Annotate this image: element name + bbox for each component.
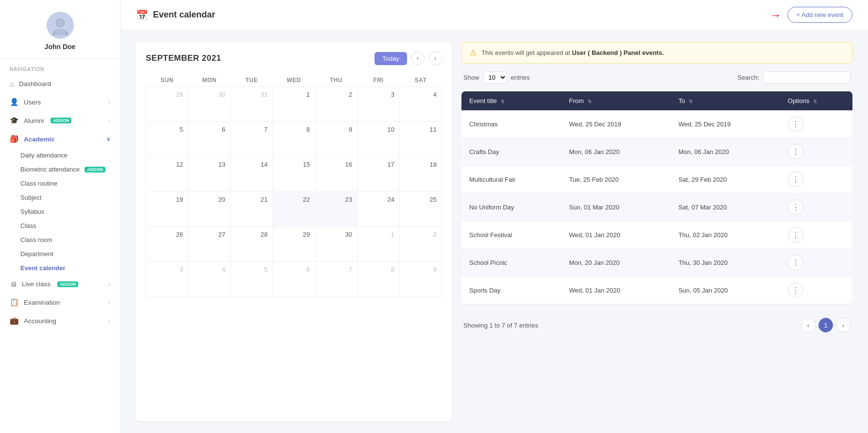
options-button[interactable]: ⋮: [788, 144, 803, 159]
sidebar-sub-label: Class routine: [20, 180, 57, 187]
calendar-day-cell[interactable]: 12: [146, 157, 188, 192]
calendar-day-cell[interactable]: 10: [357, 122, 400, 157]
calendar-day-cell[interactable]: 5: [146, 122, 188, 157]
col-to: To ⇅: [671, 91, 780, 110]
sidebar-sub-class[interactable]: Class: [0, 219, 120, 233]
event-to-cell: Mon, 06 Jan 2020: [671, 138, 780, 166]
calendar-day-cell[interactable]: 30: [188, 87, 231, 122]
prev-month-button[interactable]: ‹: [411, 52, 425, 65]
table-controls: Show 10 25 50 entries Search:: [461, 71, 852, 84]
calendar-day-cell[interactable]: 11: [400, 122, 442, 157]
calendar-day-cell[interactable]: 22: [273, 192, 315, 227]
calendar-day-cell[interactable]: 1: [357, 227, 400, 262]
sidebar-sub-biometric[interactable]: Biometric attendance addon: [0, 162, 120, 176]
next-page-button[interactable]: ›: [836, 318, 851, 332]
calendar-day-cell[interactable]: 14: [231, 157, 273, 192]
sidebar-sub-syllabus[interactable]: Syllabus: [0, 205, 120, 219]
calendar-day-cell[interactable]: 8: [357, 262, 400, 297]
calendar-day-cell[interactable]: 16: [315, 157, 357, 192]
calendar-day-cell[interactable]: 13: [188, 157, 231, 192]
calendar-day-cell[interactable]: 9: [315, 122, 357, 157]
calendar-day-cell[interactable]: 26: [146, 227, 188, 262]
calendar-day-cell[interactable]: 9: [400, 262, 442, 297]
options-button[interactable]: ⋮: [788, 116, 803, 132]
info-icon: ⚠: [470, 48, 477, 57]
main-content: 📅 Event calendar → + Add new event SEPTE…: [120, 0, 868, 433]
calendar-day-cell[interactable]: 4: [188, 262, 231, 297]
calendar-day-cell[interactable]: 28: [231, 227, 273, 262]
calendar-day-cell[interactable]: 18: [400, 157, 442, 192]
calendar-day-cell[interactable]: 29: [273, 227, 315, 262]
calendar-day-cell[interactable]: 2: [315, 87, 357, 122]
calendar-day-cell[interactable]: 2: [400, 227, 442, 262]
calendar-day-cell[interactable]: 19: [146, 192, 188, 227]
next-month-button[interactable]: ›: [428, 52, 442, 65]
showing-entries-text: Showing 1 to 7 of 7 entries: [463, 322, 538, 329]
calendar-day-header: TUE: [231, 74, 273, 87]
search-label: Search:: [737, 74, 759, 81]
calendar-day-cell[interactable]: 15: [273, 157, 315, 192]
calendar-day-cell[interactable]: 30: [315, 227, 357, 262]
sidebar-item-accounting[interactable]: 💼 Accounting ›: [0, 312, 120, 330]
sidebar-sub-subject[interactable]: Subject: [0, 191, 120, 205]
calendar-day-cell[interactable]: 6: [273, 262, 315, 297]
sidebar-sub-event-calender[interactable]: Event calender: [0, 261, 120, 275]
sidebar-sub-label: Department: [20, 250, 53, 258]
calendar-day-cell[interactable]: 5: [231, 262, 273, 297]
calendar-day-cell[interactable]: 31: [231, 87, 273, 122]
alumni-icon: 🎓: [10, 116, 19, 125]
calendar-day-cell[interactable]: 24: [357, 192, 400, 227]
calendar-day-cell[interactable]: 8: [273, 122, 315, 157]
sidebar-sub-daily-attendance[interactable]: Daily attendance: [0, 148, 120, 162]
options-button[interactable]: ⋮: [788, 172, 803, 187]
options-button[interactable]: ⋮: [788, 227, 803, 242]
calendar-day-cell[interactable]: 23: [315, 192, 357, 227]
options-button[interactable]: ⋮: [788, 255, 803, 270]
sidebar-sub-department[interactable]: Department: [0, 247, 120, 261]
content-area: SEPTEMBER 2021 Today ‹ › SUNMONTUEWEDTHU…: [120, 30, 868, 433]
calendar-day-cell[interactable]: 1: [273, 87, 315, 122]
sidebar: John Doe NAVIGATION ⌂ Dashboard 👤 Users …: [0, 0, 120, 433]
calendar-day-cell[interactable]: 29: [146, 87, 188, 122]
table-header-row: Event title ⇅ From ⇅ To ⇅ Options: [461, 91, 852, 110]
events-table: Event title ⇅ From ⇅ To ⇅ Options: [461, 91, 852, 304]
sidebar-item-examination[interactable]: 📋 Examination ›: [0, 293, 120, 312]
calendar-day-cell[interactable]: 4: [400, 87, 442, 122]
options-button[interactable]: ⋮: [788, 282, 803, 298]
academic-icon: 🎒: [10, 135, 19, 143]
sidebar-item-dashboard[interactable]: ⌂ Dashboard: [0, 75, 120, 93]
calendar-day-cell[interactable]: 25: [400, 192, 442, 227]
options-button[interactable]: ⋮: [788, 199, 803, 215]
calendar-day-cell[interactable]: 7: [231, 122, 273, 157]
sidebar-sub-class-routine[interactable]: Class routine: [0, 176, 120, 191]
table-row: School FestivalWed, 01 Jan 2020Thu, 02 J…: [461, 221, 852, 249]
calendar-day-cell[interactable]: 6: [188, 122, 231, 157]
sidebar-sub-classroom[interactable]: Class room: [0, 233, 120, 247]
calendar-day-cell[interactable]: 21: [231, 192, 273, 227]
calendar-day-header: WED: [273, 74, 315, 87]
prev-page-button[interactable]: ‹: [801, 318, 816, 332]
calendar-week-row: 2930311234: [146, 87, 442, 122]
calendar-day-cell[interactable]: 17: [357, 157, 400, 192]
event-options-cell: ⋮: [780, 193, 852, 221]
sidebar-item-users[interactable]: 👤 Users ›: [0, 93, 120, 111]
right-panel: ⚠ This events will get appeared at User …: [461, 42, 852, 421]
calendar-day-header: SUN: [146, 74, 188, 87]
calendar-day-cell[interactable]: 3: [357, 87, 400, 122]
add-event-button[interactable]: + Add new event: [787, 7, 853, 23]
entries-select[interactable]: 10 25 50: [483, 71, 507, 84]
calendar-day-cell[interactable]: 27: [188, 227, 231, 262]
dashboard-icon: ⌂: [10, 80, 14, 88]
sidebar-sub-label: Subject: [20, 194, 41, 201]
today-button[interactable]: Today: [374, 52, 407, 65]
calendar-day-cell[interactable]: 3: [146, 262, 188, 297]
search-input[interactable]: [763, 71, 851, 84]
page-1-button[interactable]: 1: [818, 318, 833, 332]
red-arrow-icon: →: [770, 8, 782, 22]
sort-icon: ⇅: [813, 99, 817, 104]
sidebar-item-academic[interactable]: 🎒 Academic ∨: [0, 130, 120, 148]
calendar-day-cell[interactable]: 7: [315, 262, 357, 297]
sidebar-item-alumni[interactable]: 🎓 Alumni addon ›: [0, 111, 120, 130]
sidebar-item-live-class[interactable]: 🖥 Live class addon ›: [0, 275, 120, 293]
calendar-day-cell[interactable]: 20: [188, 192, 231, 227]
